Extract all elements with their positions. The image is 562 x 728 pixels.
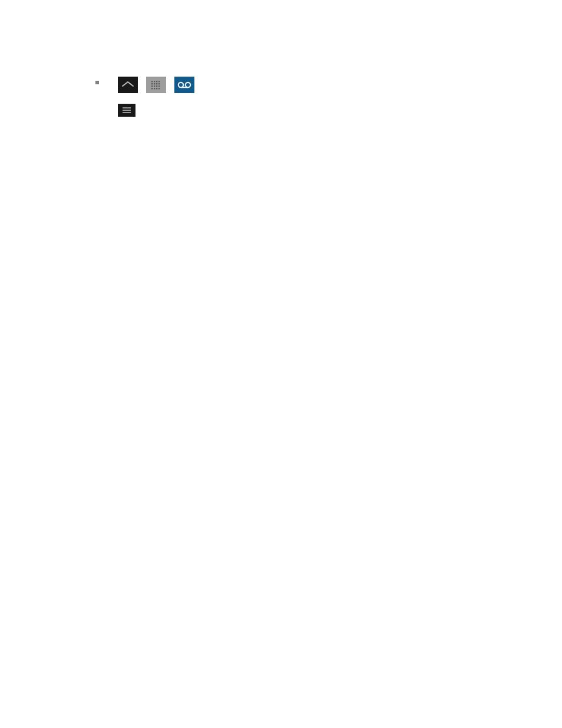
step-2 bbox=[77, 104, 485, 117]
svg-rect-14 bbox=[156, 88, 157, 89]
step-1 bbox=[77, 77, 485, 93]
svg-rect-11 bbox=[158, 85, 160, 87]
svg-rect-9 bbox=[154, 85, 155, 87]
svg-rect-15 bbox=[158, 88, 160, 89]
svg-rect-6 bbox=[156, 83, 157, 84]
svg-rect-4 bbox=[151, 83, 153, 84]
svg-point-16 bbox=[178, 83, 183, 87]
svg-rect-5 bbox=[154, 83, 155, 84]
svg-rect-8 bbox=[151, 85, 153, 87]
dialpad-icon bbox=[146, 77, 166, 93]
svg-rect-0 bbox=[151, 81, 153, 82]
svg-rect-12 bbox=[151, 88, 153, 89]
svg-point-17 bbox=[186, 83, 190, 87]
svg-rect-10 bbox=[156, 85, 157, 87]
page bbox=[0, 0, 562, 728]
svg-rect-1 bbox=[154, 81, 155, 82]
home-icon bbox=[118, 77, 138, 93]
voicemail-icon bbox=[174, 77, 194, 93]
svg-rect-7 bbox=[158, 83, 160, 84]
svg-rect-3 bbox=[158, 81, 160, 82]
icon-row bbox=[118, 77, 485, 93]
svg-rect-2 bbox=[156, 81, 157, 82]
svg-rect-13 bbox=[154, 88, 155, 89]
content-column bbox=[77, 52, 485, 131]
menu-icon bbox=[118, 104, 135, 117]
